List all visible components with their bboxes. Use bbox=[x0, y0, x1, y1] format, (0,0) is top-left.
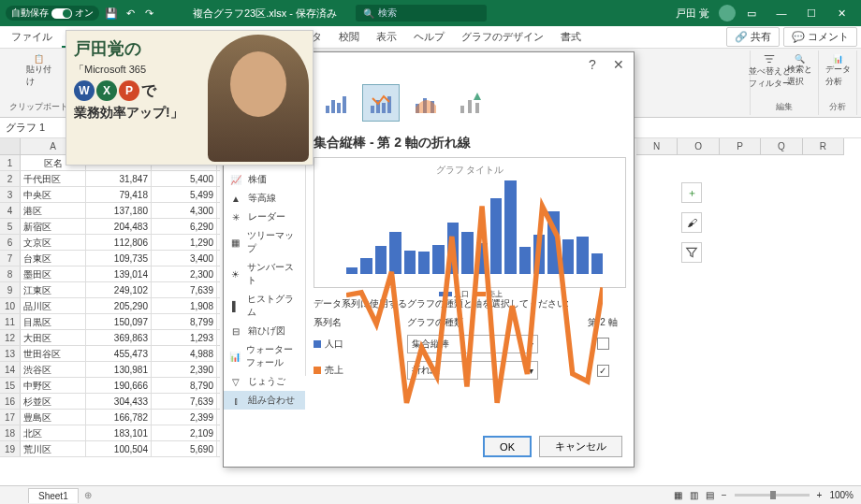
tab-view[interactable]: 表示 bbox=[369, 27, 404, 47]
table-row[interactable]: 12 大田区 369,863 1,293 bbox=[0, 330, 220, 346]
maximize-button[interactable]: ☐ bbox=[797, 4, 825, 22]
view-page-icon[interactable]: ▥ bbox=[690, 490, 698, 500]
chart-styles-button[interactable]: 🖌 bbox=[681, 212, 702, 233]
zoom-slider[interactable] bbox=[735, 494, 810, 497]
chart-category-item[interactable]: ⫿組み合わせ bbox=[224, 391, 305, 410]
chart-category-item[interactable]: ✳レーダー bbox=[224, 208, 305, 226]
tab-format[interactable]: 書式 bbox=[553, 27, 589, 47]
paste-button[interactable]: 📋貼り付け bbox=[26, 52, 52, 90]
table-row[interactable]: 7 台東区 109,735 3,400 bbox=[0, 251, 220, 266]
row-header[interactable]: 9 bbox=[0, 282, 21, 297]
chart-category-item[interactable]: 📊ウォーターフォール bbox=[224, 340, 305, 372]
row-header[interactable]: 15 bbox=[0, 378, 21, 393]
table-row[interactable]: 13 世田谷区 455,473 4,988 bbox=[0, 346, 220, 362]
combo-type-2[interactable] bbox=[362, 84, 400, 122]
table-row[interactable]: 19 荒川区 100,504 5,690 bbox=[0, 441, 220, 457]
table-row[interactable]: 4 港区 137,180 4,300 bbox=[0, 203, 220, 219]
chart-category-item[interactable]: ▦ツリーマップ bbox=[224, 226, 305, 258]
table-row[interactable]: 16 杉並区 304,433 7,639 bbox=[0, 394, 220, 410]
row-header[interactable]: 10 bbox=[0, 298, 21, 313]
search-icon: 🔍 bbox=[363, 8, 374, 19]
redo-icon[interactable]: ↷ bbox=[142, 7, 155, 20]
tab-review[interactable]: 校閲 bbox=[331, 27, 367, 47]
titlebar: 自動保存 オン 💾 ↶ ↷ 複合グラフ23区.xlsx - 保存済み 🔍 検索 … bbox=[0, 0, 861, 26]
row-header[interactable]: 5 bbox=[0, 219, 21, 234]
view-normal-icon[interactable]: ▦ bbox=[674, 490, 682, 500]
help-icon[interactable]: ? bbox=[583, 55, 602, 74]
worksheet[interactable]: A B C 1 区名 2 千代田区 31,847 5,4003 中央区 79,4… bbox=[0, 138, 220, 485]
zoom-out-button[interactable]: − bbox=[722, 490, 727, 500]
table-row[interactable]: 10 品川区 205,290 1,908 bbox=[0, 298, 220, 314]
undo-icon[interactable]: ↶ bbox=[124, 7, 137, 20]
row-header[interactable]: 12 bbox=[0, 330, 21, 345]
table-row[interactable]: 9 江東区 249,102 7,639 bbox=[0, 282, 220, 298]
chart-category-item[interactable]: ▌ヒストグラム bbox=[224, 290, 305, 322]
row-header[interactable]: 7 bbox=[0, 251, 21, 266]
combo-type-1[interactable] bbox=[317, 84, 355, 122]
table-row[interactable]: 17 豊島区 166,782 2,399 bbox=[0, 410, 220, 425]
row-header[interactable]: 13 bbox=[0, 346, 21, 361]
chart-category-item[interactable]: ⊟箱ひげ図 bbox=[224, 322, 305, 340]
share-button[interactable]: 🔗 共有 bbox=[726, 27, 780, 47]
comment-button[interactable]: 💬 コメント bbox=[783, 27, 857, 47]
table-row[interactable]: 11 目黒区 150,097 8,799 bbox=[0, 314, 220, 330]
table-row[interactable]: 15 中野区 190,666 8,790 bbox=[0, 378, 220, 394]
sort-filter-button[interactable]: 並べ替えと フィルター bbox=[756, 52, 782, 90]
table-row[interactable]: 18 北区 183,101 2,109 bbox=[0, 425, 220, 441]
zoom-in-button[interactable]: + bbox=[817, 490, 823, 500]
table-row[interactable]: 5 新宿区 204,483 6,290 bbox=[0, 219, 220, 235]
table-row[interactable]: 6 文京区 112,806 1,290 bbox=[0, 235, 220, 251]
table-row[interactable]: 3 中央区 79,418 5,499 bbox=[0, 187, 220, 203]
zoom-level[interactable]: 100% bbox=[829, 490, 854, 500]
chart-preview[interactable]: グラフ タイトル 人口 売上 bbox=[314, 157, 626, 288]
save-icon[interactable]: 💾 bbox=[105, 7, 118, 20]
user-name[interactable]: 戸田 覚 bbox=[676, 7, 709, 21]
chart-type-name: 集合縦棒 - 第 2 軸の折れ線 bbox=[314, 135, 626, 151]
new-sheet-button[interactable]: ⊕ bbox=[84, 490, 92, 500]
row-header[interactable]: 18 bbox=[0, 425, 21, 440]
row-header[interactable]: 19 bbox=[0, 441, 21, 456]
close-button[interactable]: ✕ bbox=[827, 4, 855, 22]
avatar[interactable] bbox=[719, 5, 736, 22]
chart-elements-button[interactable]: ＋ bbox=[681, 182, 702, 203]
row-header[interactable]: 11 bbox=[0, 314, 21, 329]
row-header[interactable]: 8 bbox=[0, 266, 21, 281]
view-break-icon[interactable]: ▤ bbox=[706, 490, 714, 500]
cell: 455,473 bbox=[86, 346, 152, 361]
combo-type-3[interactable] bbox=[407, 84, 445, 122]
data-analysis-button[interactable]: 📊データ 分析 bbox=[825, 52, 851, 90]
cancel-button[interactable]: キャンセル bbox=[539, 436, 622, 457]
find-select-button[interactable]: 🔍検索と 選択 bbox=[786, 52, 812, 90]
row-header[interactable]: 6 bbox=[0, 235, 21, 250]
chart-category-item[interactable]: 📈株価 bbox=[224, 170, 305, 189]
cell: 8,790 bbox=[152, 378, 217, 393]
row-header[interactable]: 4 bbox=[0, 203, 21, 218]
search-box[interactable]: 🔍 検索 bbox=[356, 5, 487, 22]
minimize-button[interactable]: — bbox=[767, 4, 795, 22]
tab-file[interactable]: ファイル bbox=[4, 27, 60, 47]
chart-category-item[interactable]: ▲等高線 bbox=[224, 189, 305, 208]
combo-type-4[interactable] bbox=[452, 84, 489, 122]
chart-category-item[interactable]: ▽じょうご bbox=[224, 372, 305, 391]
ribbon-options-icon[interactable]: ▭ bbox=[745, 7, 758, 20]
close-icon[interactable]: ✕ bbox=[609, 55, 628, 74]
row-header[interactable]: 1 bbox=[0, 155, 21, 170]
tab-help[interactable]: ヘルプ bbox=[406, 27, 452, 47]
cell: 79,418 bbox=[86, 187, 152, 202]
select-all[interactable] bbox=[0, 138, 21, 154]
sheet-tab[interactable]: Sheet1 bbox=[28, 488, 79, 503]
table-row[interactable]: 8 墨田区 139,014 2,300 bbox=[0, 266, 220, 282]
row-header[interactable]: 3 bbox=[0, 187, 21, 202]
autosave-toggle[interactable]: 自動保存 オン bbox=[6, 6, 99, 21]
row-header[interactable]: 2 bbox=[0, 171, 21, 186]
row-header[interactable]: 14 bbox=[0, 362, 21, 377]
ok-button[interactable]: OK bbox=[483, 436, 532, 457]
cell: 5,690 bbox=[152, 441, 217, 456]
chart-category-item[interactable]: ☀サンバースト bbox=[224, 258, 305, 290]
row-header[interactable]: 16 bbox=[0, 394, 21, 409]
table-row[interactable]: 14 渋谷区 130,981 2,390 bbox=[0, 362, 220, 378]
row-header[interactable]: 17 bbox=[0, 410, 21, 425]
chart-filter-button[interactable] bbox=[681, 242, 702, 263]
table-row[interactable]: 2 千代田区 31,847 5,400 bbox=[0, 171, 220, 187]
tab-chart-design[interactable]: グラフのデザイン bbox=[454, 27, 551, 47]
